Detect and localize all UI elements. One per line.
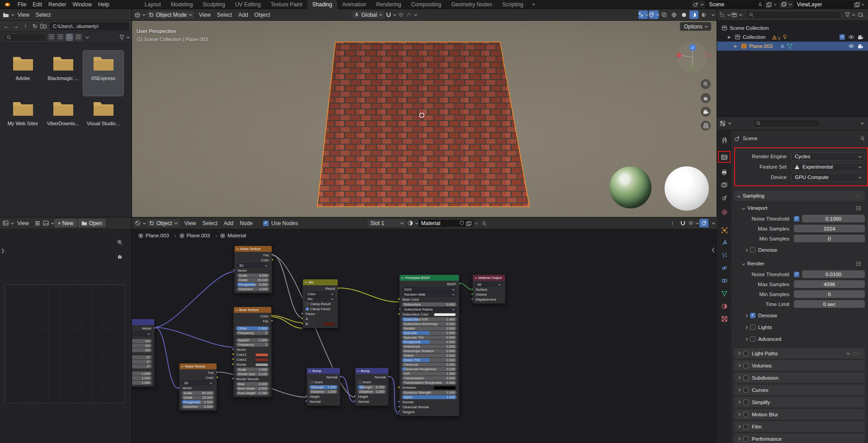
node-row[interactable] xyxy=(236,324,269,326)
navigation-gizmo[interactable]: Z X xyxy=(677,42,712,73)
node-row[interactable]: Strength 1.000 xyxy=(309,385,338,389)
pin-node-tree-button[interactable] xyxy=(480,219,489,227)
node-row[interactable]: Color xyxy=(181,375,215,380)
node-input-socket[interactable] xyxy=(398,386,400,388)
section-checkbox[interactable] xyxy=(743,351,749,356)
browse-material-dropdown[interactable] xyxy=(407,219,418,227)
app-menu[interactable]: Window xyxy=(69,1,95,8)
workspace-tab[interactable]: Animation xyxy=(337,0,371,9)
node-row[interactable]: Base Color xyxy=(401,297,457,302)
property-value-field[interactable]: 0.1000 xyxy=(802,215,865,222)
node-row[interactable]: 1.000 xyxy=(132,376,152,380)
shader-menu[interactable]: Select xyxy=(199,220,220,226)
node-input-socket[interactable] xyxy=(232,377,234,380)
folder-item[interactable]: Adobe xyxy=(3,51,43,96)
tab-world[interactable] xyxy=(719,208,729,216)
xray-toggle-button[interactable] xyxy=(660,10,669,19)
outliner-filter-button[interactable] xyxy=(845,10,854,19)
app-menu[interactable]: Help xyxy=(95,1,113,8)
node-input-socket[interactable] xyxy=(398,298,400,300)
shader-node[interactable]: Brick Texture Color xyxy=(233,306,272,397)
node-row[interactable]: Roughness 0.500 xyxy=(182,400,214,404)
node-row[interactable]: Factor xyxy=(305,311,336,316)
node-header[interactable]: Mix xyxy=(303,279,338,285)
node-header[interactable]: Noise Texture xyxy=(235,246,272,252)
node-row[interactable]: Mix xyxy=(305,297,335,301)
node-row[interactable]: 1.000 xyxy=(132,372,152,376)
node-row[interactable]: Detail 15.000 xyxy=(182,396,214,400)
outliner-filter-mode-dropdown[interactable] xyxy=(731,10,741,19)
collapsed-section[interactable]: Curves ≔ :::: xyxy=(734,385,865,395)
node-row[interactable]: Color2 xyxy=(236,357,269,362)
node-row[interactable]: Subsurface Radius xyxy=(402,307,457,311)
node-row[interactable]: Scale 50.000 xyxy=(182,391,214,395)
collapsed-subpanel[interactable]: Denoise xyxy=(734,311,865,320)
node-row[interactable]: Scale 2.000 xyxy=(236,368,269,372)
collapsed-section[interactable]: Volumes ≔ :::: xyxy=(734,360,865,371)
node-row[interactable]: 3D xyxy=(182,381,214,385)
app-menu[interactable]: Render xyxy=(45,1,69,8)
filter-button[interactable] xyxy=(119,33,129,42)
node-input-socket[interactable] xyxy=(398,313,400,315)
folder-item[interactable]: IISExpress xyxy=(83,51,123,96)
node-row[interactable]: Sheen Tint 0.500 xyxy=(402,358,457,362)
node-row[interactable]: Height xyxy=(309,394,338,399)
viewport-menu[interactable]: Add xyxy=(235,12,251,18)
node-row[interactable]: Subsurface Color xyxy=(401,312,457,317)
node-row[interactable]: Volume xyxy=(475,292,503,297)
node-row[interactable]: Frequency 2 xyxy=(236,331,269,335)
pin-icon[interactable] xyxy=(758,2,762,7)
node-input-socket[interactable] xyxy=(232,348,234,350)
node-row[interactable]: Distortion 0.000 xyxy=(237,287,269,291)
node-row[interactable]: Vector xyxy=(236,268,270,273)
node-row[interactable]: Subsurface 0.000 xyxy=(402,302,457,306)
collapse-chevron-icon[interactable] xyxy=(181,365,183,367)
node-output-socket[interactable] xyxy=(271,259,274,261)
node-row[interactable]: Detail 15.000 xyxy=(237,278,269,282)
node-input-socket[interactable] xyxy=(471,293,473,295)
node-output-socket[interactable] xyxy=(271,254,274,256)
node-input-socket[interactable] xyxy=(354,400,356,402)
color-swatch[interactable] xyxy=(255,358,269,362)
property-checkbox[interactable] xyxy=(794,216,799,222)
property-value-field[interactable]: 0 xyxy=(794,235,865,242)
file-browser-menu[interactable]: View xyxy=(14,12,33,18)
forward-button[interactable]: → xyxy=(12,23,20,29)
color-swatch[interactable] xyxy=(434,386,456,390)
node-editor-canvas[interactable]: Plane.003 Plane.003 Material ❮ xyxy=(132,229,717,443)
property-dropdown[interactable]: GPU Compute xyxy=(791,173,864,182)
node-row[interactable]: BSDF xyxy=(401,282,457,287)
proportional-editing-button[interactable] xyxy=(396,10,406,19)
node-row[interactable]: Fac xyxy=(236,253,270,258)
node-row[interactable] xyxy=(132,336,152,339)
node-row[interactable]: Specular Tint 0.000 xyxy=(402,335,457,339)
node-row[interactable]: 0m xyxy=(132,348,152,352)
collection-enable-checkbox[interactable] xyxy=(840,34,845,40)
node-row[interactable]: Point xyxy=(132,331,152,336)
display-preview-size-button[interactable] xyxy=(75,33,82,41)
node-row[interactable]: Clamp Result xyxy=(305,302,336,306)
workspace-tab[interactable]: Geometry Nodes xyxy=(446,0,497,9)
panel-sampling[interactable]: Sampling:::: xyxy=(734,191,865,201)
mode-dropdown[interactable]: Object Mode xyxy=(146,10,195,19)
node-row[interactable]: IOR 1.450 xyxy=(402,372,457,376)
editor-type-shader-icon[interactable] xyxy=(135,219,145,227)
shader-node[interactable]: Noise Texture Fac xyxy=(234,245,272,293)
image-browse-dropdown[interactable] xyxy=(43,219,53,227)
section-checkbox[interactable] xyxy=(743,387,749,393)
node-input-socket[interactable] xyxy=(232,353,234,355)
node-row[interactable]: Strength 0.200 xyxy=(358,385,386,389)
collapse-chevron-icon[interactable] xyxy=(236,248,238,250)
workspace-tab[interactable]: Shading xyxy=(307,0,337,9)
node-row[interactable]: 3D xyxy=(237,263,269,268)
folder-item[interactable]: My Web Sites xyxy=(3,96,43,141)
property-checkbox[interactable] xyxy=(794,272,799,277)
file-path-field[interactable]: C:\Users\...okumenty\ xyxy=(50,22,129,30)
file-browser-menu[interactable]: Select xyxy=(33,12,54,18)
section-checkbox[interactable] xyxy=(743,363,749,368)
shader-node[interactable]: Mapping Vector xyxy=(132,319,155,387)
node-row[interactable]: Sheen 0.000 xyxy=(402,353,457,358)
node-checkbox[interactable] xyxy=(310,381,313,384)
tab-object-data[interactable] xyxy=(719,289,729,297)
node-row[interactable]: Row Height 0.250 xyxy=(236,391,269,395)
